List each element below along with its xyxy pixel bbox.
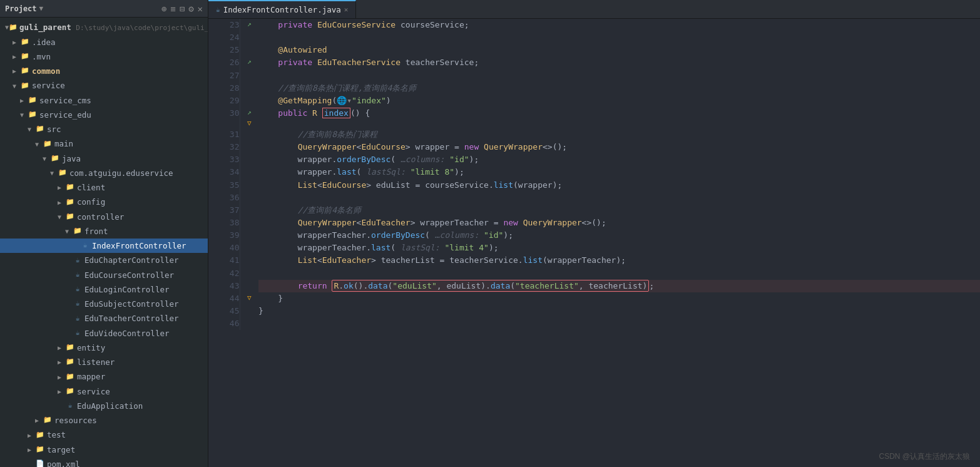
code-row-37: 37 //查询前4条名师 [208,204,980,217]
sidebar-item-front[interactable]: ▼ 📁 front [0,224,208,239]
line-num-41: 41 [208,254,240,267]
code-row-42: 42 [208,267,980,280]
line-num-23: 23 [208,19,240,31]
gutter-24 [240,31,258,44]
sidebar-label-EduChapterController: EduChapterController [84,254,179,267]
line-num-37: 37 [208,204,240,217]
code-content-37: //查询前4条名师 [258,204,980,217]
sidebar-item-controller[interactable]: ▼ 📁 controller [0,210,208,224]
sidebar-item-target[interactable]: ▶ 📁 target [0,443,208,457]
gutter-30: ↗ ▽ [240,107,258,128]
sidebar-label-client: client [77,181,105,194]
sidebar-item-listener[interactable]: ▶ 📁 listener [0,355,208,369]
line-num-38: 38 [208,217,240,229]
sidebar-item-EduApplication[interactable]: ☕ EduApplication [0,399,208,413]
code-content-24 [258,31,980,44]
gutter-39 [240,229,258,242]
gutter-42 [240,267,258,280]
gutter-38 [240,217,258,229]
gutter-31 [240,128,258,141]
project-label: Project [5,4,37,13]
code-content-36 [258,192,980,204]
sidebar-label-EduSubjectController: EduSubjectController [84,297,179,310]
sidebar-label-common: common [32,64,60,78]
sidebar-item-service[interactable]: ▼ 📁 service [0,78,208,93]
sidebar-label-package: com.atguigu.eduservice [69,167,173,180]
gutter-27 [240,69,258,82]
sidebar-item-main[interactable]: ▼ 📁 main [0,136,208,151]
action-icon-1[interactable]: ⊕ [161,4,166,14]
code-row-45: 45 } [208,305,980,317]
sidebar-item-mapper[interactable]: ▶ 📁 mapper [0,369,208,384]
sidebar-item-idea[interactable]: ▶ 📁 .idea [0,35,208,49]
sidebar-label-java: java [62,152,81,165]
code-row-43: 43 return R.ok().data("eduList", eduList… [208,280,980,292]
sidebar-item-IndexFrontController[interactable]: ☕ IndexFrontController [0,239,208,253]
sidebar-label-main: main [54,137,73,150]
sidebar-actions: ⊕ ≡ ⊟ ⚙ ✕ [161,4,203,14]
sidebar-item-src[interactable]: ▼ 📁 src [0,122,208,136]
code-row-33: 33 wrapper.orderByDesc( …columns: "id"); [208,153,980,166]
code-row-35: 35 List<EduCourse> eduList = courseServi… [208,179,980,192]
code-table: 23 ↗ private EduCourseService courseServ… [208,19,980,330]
sidebar-label-EduLoginController: EduLoginController [84,283,169,296]
sidebar-item-EduSubjectController[interactable]: ☕ EduSubjectController [0,297,208,311]
code-content-43: return R.ok().data("eduList", eduList).d… [258,280,980,292]
line-num-31: 31 [208,128,240,141]
sidebar-item-pom-xml[interactable]: 📄 pom.xml [0,457,208,467]
sidebar-label-config: config [77,195,105,208]
sidebar-item-resources[interactable]: ▶ 📁 resources [0,413,208,428]
project-root[interactable]: ▼ 📁 guli_parent D:\study\java\code\proje… [0,20,208,35]
sidebar-label-target: target [47,443,75,456]
action-icon-2[interactable]: ≡ [170,4,175,14]
code-row-23: 23 ↗ private EduCourseService courseServ… [208,19,980,31]
tab-bar: ☕ IndexFrontController.java ✕ [208,0,980,19]
code-content-34: wrapper.last( lastSql: "limit 8"); [258,166,980,178]
line-num-36: 36 [208,192,240,204]
sidebar-item-java[interactable]: ▼ 📁 java [0,151,208,166]
sidebar-item-service-cms[interactable]: ▶ 📁 service_cms [0,93,208,108]
settings-icon[interactable]: ⚙ [188,4,193,14]
sidebar-item-EduChapterController[interactable]: ☕ EduChapterController [0,253,208,267]
close-icon[interactable]: ✕ [198,4,203,14]
sidebar-item-service-edu[interactable]: ▼ 📁 service_edu [0,108,208,122]
sidebar-item-EduVideoController[interactable]: ☕ EduVideoController [0,326,208,341]
sidebar-label-service: service [32,79,65,92]
line-num-43: 43 [208,280,240,292]
sidebar-item-EduLoginController[interactable]: ☕ EduLoginController [0,282,208,297]
sidebar-label-front: front [84,225,108,238]
gutter-icon-44: ▽ [243,293,255,303]
code-content-38: QueryWrapper<EduTeacher> wrapperTeacher … [258,217,980,229]
sidebar-item-EduCourseController[interactable]: ☕ EduCourseController [0,268,208,282]
sidebar-label-mvn: .mvn [32,50,51,63]
code-content-35: List<EduCourse> eduList = courseService.… [258,179,980,192]
code-content-28: //查询前8条热门课程,查询前4条名师 [258,82,980,95]
sidebar-label-resources: resources [54,414,97,427]
action-icon-3[interactable]: ⊟ [180,4,185,14]
line-num-29: 29 [208,95,240,107]
sidebar-item-mvn[interactable]: ▶ 📁 .mvn [0,49,208,64]
line-num-24: 24 [208,31,240,44]
sidebar-item-config[interactable]: ▶ 📁 config [0,195,208,209]
line-num-40: 40 [208,242,240,254]
gutter-arrow-23: ↗ [243,19,255,29]
sidebar-item-EduTeacherController[interactable]: ☕ EduTeacherController [0,311,208,326]
gutter-35 [240,179,258,192]
tab-close-button[interactable]: ✕ [344,6,349,14]
code-row-29: 29 @GetMapping(🌐▾"index") [208,95,980,107]
sidebar-label-service-inner: service [77,385,110,398]
gutter-arrow-26: ↗ [243,57,255,67]
sidebar-item-service-inner[interactable]: ▶ 📁 service [0,384,208,399]
sidebar-item-client[interactable]: ▶ 📁 client [0,180,208,195]
code-content-44: } [258,292,980,305]
sidebar-item-entity[interactable]: ▶ 📁 entity [0,341,208,355]
sidebar-item-test[interactable]: ▶ 📁 test [0,428,208,442]
sidebar-item-package[interactable]: ▼ 📁 com.atguigu.eduservice [0,166,208,180]
code-area[interactable]: 23 ↗ private EduCourseService courseServ… [208,19,980,467]
line-num-25: 25 [208,44,240,56]
sidebar-item-common[interactable]: ▶ 📁 common [0,64,208,78]
code-row-44: 44 ▽ } [208,292,980,305]
line-num-46: 46 [208,317,240,330]
sidebar-label-test: test [47,428,66,441]
tab-IndexFrontController[interactable]: ☕ IndexFrontController.java ✕ [208,0,356,18]
